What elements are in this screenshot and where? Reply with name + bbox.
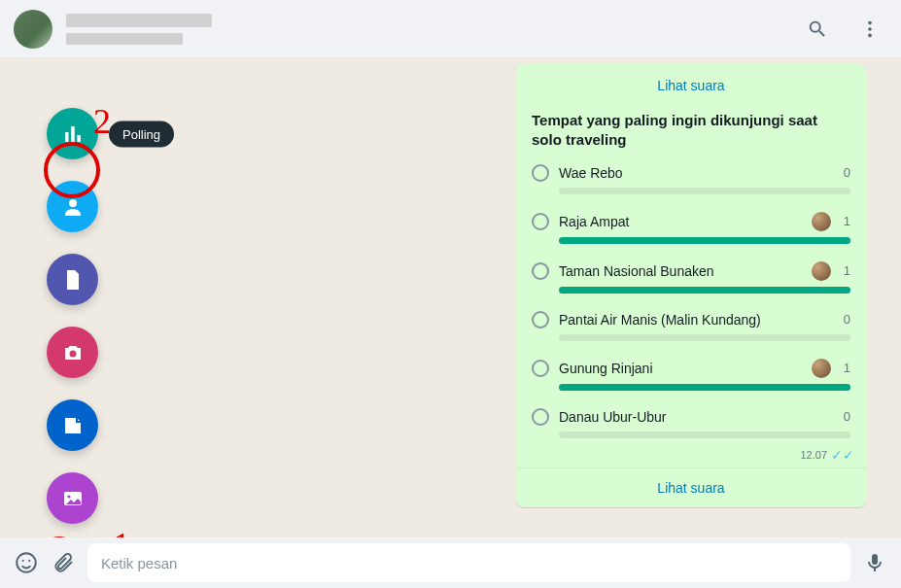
svg-point-2 [868,33,872,37]
attach-contact-button[interactable] [47,181,98,232]
svg-rect-4 [71,126,75,142]
poll-option-count: 1 [841,263,850,278]
poll-option-label: Taman Nasional Bunaken [559,263,802,279]
attach-icon[interactable] [51,550,76,575]
poll-option-label: Gunung Rinjani [559,361,802,376]
svg-rect-3 [65,132,69,142]
attach-image-button[interactable] [47,472,98,524]
poll-option-label: Wae Rebo [559,165,831,181]
poll-option-count: 1 [841,361,850,375]
poll-radio[interactable] [532,408,549,426]
voter-avatar [812,359,831,378]
poll-title: Tempat yang paling ingin dikunjungi saat… [516,103,866,164]
chat-subtitle-redacted [66,33,183,45]
poll-option: Taman Nasional Bunaken 1 [532,261,850,294]
view-votes-link-top[interactable]: Lihat suara [516,70,866,103]
search-icon[interactable] [806,17,829,41]
menu-icon[interactable] [858,17,882,41]
poll-option: Gunung Rinjani 1 [532,359,850,391]
poll-option: Pantai Air Manis (Malin Kundang) 0 [532,311,850,341]
chat-title-redacted [66,14,212,27]
svg-point-1 [868,27,872,31]
mic-icon[interactable] [862,550,887,575]
voter-avatar [812,212,831,231]
attach-sticker-button[interactable] [47,399,98,451]
poll-bar [559,384,850,391]
poll-options: Wae Rebo 0 Raja Ampat 1 Taman Nasional B… [516,164,866,438]
message-meta: 12.07 ✓✓ [516,448,866,467]
chat-header [0,0,901,58]
poll-option: Wae Rebo 0 [532,164,850,194]
read-receipt-icon: ✓✓ [831,448,854,462]
attach-document-button[interactable] [47,254,98,305]
message-input-bar [0,537,901,588]
svg-point-11 [22,560,24,562]
view-votes-link-bottom[interactable]: Lihat suara [516,467,866,507]
poll-option: Raja Ampat 1 [532,212,850,244]
poll-radio[interactable] [532,164,549,182]
svg-point-12 [28,560,30,562]
poll-option-label: Danau Ubur-Ubur [559,409,831,425]
svg-point-9 [67,495,70,498]
message-time: 12.07 [800,449,827,461]
poll-bar [559,334,850,341]
poll-bar [559,188,850,194]
svg-point-7 [69,350,76,357]
poll-option-count: 1 [841,214,850,228]
poll-bar [559,287,850,294]
poll-radio[interactable] [532,360,549,377]
attach-camera-button[interactable] [47,327,98,378]
avatar[interactable] [14,10,52,49]
poll-message: Lihat suara Tempat yang paling ingin dik… [516,64,866,507]
header-title-block[interactable] [66,14,212,45]
poll-option-count: 0 [841,409,850,424]
message-input[interactable] [87,543,850,582]
attach-poll-button[interactable]: Polling [47,108,98,159]
svg-point-10 [17,553,36,572]
attachment-menu: Polling [47,108,98,524]
poll-option-count: 0 [841,312,850,327]
voter-avatar [812,261,831,281]
svg-point-6 [69,199,77,207]
poll-option-count: 0 [841,165,850,180]
svg-rect-5 [77,135,81,142]
poll-radio[interactable] [532,213,549,230]
poll-option-label: Pantai Air Manis (Malin Kundang) [559,312,831,328]
poll-option: Danau Ubur-Ubur 0 [532,408,850,438]
emoji-icon[interactable] [14,550,39,575]
poll-bar [559,432,850,438]
poll-radio[interactable] [532,262,549,280]
poll-bar [559,237,850,244]
poll-option-label: Raja Ampat [559,214,802,229]
svg-point-0 [868,20,872,24]
poll-radio[interactable] [532,311,549,329]
